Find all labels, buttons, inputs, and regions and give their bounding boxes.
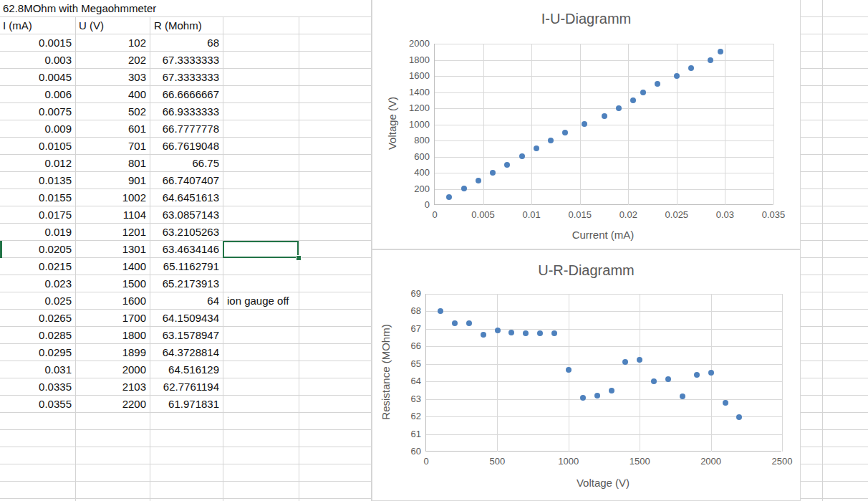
- col-header-u[interactable]: U (V): [79, 17, 104, 34]
- cell[interactable]: 0.0075: [0, 103, 75, 120]
- table-row[interactable]: 0.0285180063.1578947: [0, 327, 223, 344]
- cell[interactable]: 701: [75, 138, 150, 155]
- cell[interactable]: 1201: [75, 224, 150, 241]
- cell[interactable]: 0.0335: [0, 378, 75, 396]
- cell[interactable]: 1002: [75, 189, 150, 206]
- data-point[interactable]: [609, 388, 614, 393]
- cell[interactable]: 0.025: [0, 292, 75, 310]
- table-row[interactable]: 0.031200064.516129: [0, 361, 223, 378]
- cell[interactable]: 0.019: [0, 224, 75, 241]
- cell[interactable]: 1500: [75, 275, 150, 292]
- data-point[interactable]: [708, 57, 713, 63]
- table-row[interactable]: 0.00320267.3333333: [0, 52, 223, 69]
- data-point[interactable]: [723, 400, 728, 406]
- cell[interactable]: 601: [75, 120, 150, 138]
- cell[interactable]: 63.0857143: [150, 206, 223, 224]
- data-point[interactable]: [582, 121, 587, 127]
- cell[interactable]: 0.0205: [0, 241, 75, 258]
- table-row[interactable]: 0.0355220061.971831: [0, 396, 223, 413]
- data-point[interactable]: [523, 330, 529, 336]
- cell[interactable]: 64.516129: [150, 361, 223, 378]
- note-cell[interactable]: ion gauge off: [227, 292, 289, 310]
- table-row[interactable]: 0.023150065.2173913: [0, 275, 223, 292]
- cell[interactable]: 0.0295: [0, 344, 75, 361]
- cell[interactable]: 0.0265: [0, 310, 75, 327]
- cell[interactable]: 67.3333333: [150, 52, 223, 69]
- table-row[interactable]: 0.0175110463.0857143: [0, 206, 223, 224]
- data-point[interactable]: [508, 330, 514, 335]
- data-point[interactable]: [594, 393, 600, 399]
- data-point[interactable]: [519, 153, 525, 159]
- cell[interactable]: 0.0355: [0, 396, 75, 413]
- cell[interactable]: 801: [75, 155, 150, 172]
- data-point[interactable]: [674, 73, 680, 79]
- data-point[interactable]: [655, 81, 660, 87]
- table-row[interactable]: 0.0265170064.1509434: [0, 310, 223, 327]
- chart-iu[interactable]: I-U-Diagramm 00.0050.010.0150.020.0250.0…: [372, 0, 801, 249]
- data-point[interactable]: [452, 320, 458, 326]
- cell[interactable]: 0.0135: [0, 172, 75, 189]
- cell[interactable]: 502: [75, 103, 150, 120]
- data-point[interactable]: [708, 370, 714, 376]
- cell[interactable]: 0.0045: [0, 69, 75, 86]
- table-row[interactable]: 0.004530367.3333333: [0, 69, 223, 86]
- data-point[interactable]: [562, 130, 568, 135]
- cell[interactable]: 102: [75, 34, 150, 52]
- data-point[interactable]: [637, 357, 642, 363]
- cell[interactable]: 0.0105: [0, 138, 75, 155]
- data-point[interactable]: [461, 186, 467, 191]
- table-row[interactable]: 0.010570166.7619048: [0, 138, 223, 155]
- cell[interactable]: 1301: [75, 241, 150, 258]
- cell[interactable]: 2200: [75, 396, 150, 413]
- cell[interactable]: 1104: [75, 206, 150, 224]
- data-point[interactable]: [602, 113, 607, 119]
- data-point[interactable]: [680, 393, 685, 399]
- cell[interactable]: 66.6666667: [150, 86, 223, 103]
- col-header-i[interactable]: I (mA): [3, 17, 32, 34]
- data-point[interactable]: [622, 359, 628, 365]
- data-point[interactable]: [490, 170, 496, 176]
- cell[interactable]: 0.0015: [0, 34, 75, 52]
- table-row[interactable]: 0.0295189964.3728814: [0, 344, 223, 361]
- data-point[interactable]: [446, 194, 452, 200]
- table-row[interactable]: 0.01280166.75: [0, 155, 223, 172]
- cell[interactable]: 1899: [75, 344, 150, 361]
- cell[interactable]: 66.75: [150, 155, 223, 172]
- cell[interactable]: 63.2105263: [150, 224, 223, 241]
- data-point[interactable]: [694, 372, 700, 378]
- cell[interactable]: 1600: [75, 292, 150, 310]
- data-point[interactable]: [466, 320, 472, 326]
- cell[interactable]: 1700: [75, 310, 150, 327]
- data-point[interactable]: [580, 395, 586, 401]
- cell[interactable]: 202: [75, 52, 150, 69]
- cell[interactable]: 0.023: [0, 275, 75, 292]
- table-row[interactable]: 0.0215140065.1162791: [0, 258, 223, 275]
- table-row[interactable]: 0.00960166.7777778: [0, 120, 223, 138]
- cell[interactable]: 65.1162791: [150, 258, 223, 275]
- table-row[interactable]: 0.0205130163.4634146: [0, 241, 223, 258]
- cell[interactable]: 66.7619048: [150, 138, 223, 155]
- cell[interactable]: 901: [75, 172, 150, 189]
- cell[interactable]: 0.009: [0, 120, 75, 138]
- table-row[interactable]: 0.019120163.2105263: [0, 224, 223, 241]
- cell[interactable]: 2103: [75, 378, 150, 396]
- data-point[interactable]: [476, 178, 481, 183]
- data-point[interactable]: [534, 145, 539, 151]
- cell[interactable]: 65.2173913: [150, 275, 223, 292]
- cell[interactable]: 0.003: [0, 52, 75, 69]
- table-row[interactable]: 0.025160064: [0, 292, 223, 310]
- cell[interactable]: 66.7777778: [150, 120, 223, 138]
- selected-cell[interactable]: [223, 241, 299, 258]
- cell[interactable]: 2000: [75, 361, 150, 378]
- col-header-r[interactable]: R (Mohm): [154, 17, 202, 34]
- data-point[interactable]: [665, 376, 671, 382]
- table-row[interactable]: 0.013590166.7407407: [0, 172, 223, 189]
- cell[interactable]: 62.7761194: [150, 378, 223, 396]
- data-point[interactable]: [551, 330, 557, 336]
- cell[interactable]: 0.0215: [0, 258, 75, 275]
- data-point[interactable]: [630, 97, 636, 103]
- cell[interactable]: 64.3728814: [150, 344, 223, 361]
- data-point[interactable]: [566, 367, 572, 373]
- table-row[interactable]: 0.00640066.6666667: [0, 86, 223, 103]
- title-row[interactable]: 62.8MOhm with Megaohmmeter: [0, 0, 371, 16]
